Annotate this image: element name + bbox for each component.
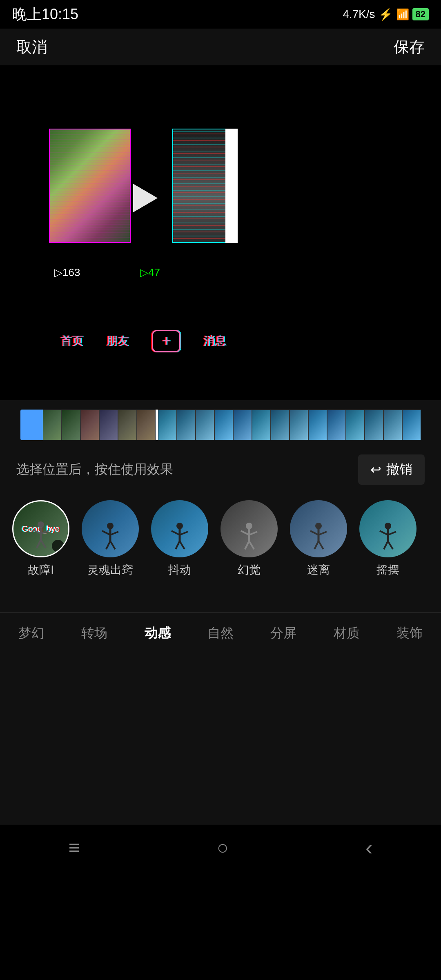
svg-point-24 [315, 523, 322, 529]
tab-material[interactable]: 材质 [325, 620, 368, 646]
timeline-segment-blue [20, 410, 43, 440]
effect-label-illusion: 幻觉 [238, 562, 261, 578]
view-count-left: ▷163 [51, 265, 83, 280]
timeline-frame [214, 410, 233, 440]
svg-point-0 [38, 521, 44, 528]
timeline-frame [118, 410, 137, 440]
tiktok-add-button: + [152, 330, 180, 352]
svg-line-16 [176, 541, 180, 549]
tiktok-plus-icon: + [162, 332, 170, 350]
timeline-frame [346, 410, 365, 440]
svg-line-11 [110, 541, 115, 549]
svg-point-30 [385, 523, 391, 529]
menu-icon[interactable]: ≡ [69, 836, 80, 859]
tiktok-nav-home: 首页 [60, 333, 83, 349]
svg-line-14 [172, 531, 180, 535]
status-time: 晚上10:15 [12, 4, 78, 24]
content-spacer [0, 653, 441, 825]
effect-item-maze[interactable]: 迷离 [290, 500, 347, 578]
battery-icon: 82 [412, 8, 429, 20]
play-button[interactable] [127, 182, 160, 214]
tiktok-nav-messages: 消息 [203, 333, 226, 349]
video-glitch [49, 129, 238, 280]
svg-line-17 [180, 541, 185, 549]
tab-dynamic[interactable]: 动感 [136, 620, 179, 646]
home-icon[interactable]: ○ [217, 836, 229, 859]
effects-row: 故障Ⅰ 灵魂出窍 抖动 [0, 490, 441, 588]
timeline-playhead[interactable] [156, 410, 158, 440]
bluetooth-icon: ⚡ [379, 8, 393, 21]
svg-line-9 [110, 532, 118, 535]
surfer-icon [376, 523, 400, 551]
video-left-panel [49, 129, 131, 243]
status-bar: 晚上10:15 4.7K/s ⚡ 📶 82 [0, 0, 441, 29]
svg-line-27 [318, 532, 327, 535]
svg-line-3 [41, 530, 49, 534]
effect-label-swing: 摇摆 [376, 562, 399, 578]
effect-thumb-illusion [220, 500, 278, 557]
svg-line-35 [388, 541, 393, 549]
timeline-frame [99, 410, 118, 440]
back-icon[interactable]: ‹ [365, 835, 372, 860]
effect-thumb-soul [82, 500, 139, 557]
tab-decor[interactable]: 装饰 [388, 620, 431, 646]
effect-item-soul[interactable]: 灵魂出窍 [82, 500, 139, 578]
svg-line-21 [249, 532, 257, 535]
undo-button[interactable]: ↩ 撤销 [358, 454, 425, 485]
bottom-nav: ≡ ○ ‹ [0, 825, 441, 870]
timeline-frame [290, 410, 308, 440]
effect-item-swing[interactable]: 摇摆 [359, 500, 416, 578]
spacer [0, 588, 441, 612]
svg-line-34 [384, 541, 388, 549]
save-button[interactable]: 保存 [394, 37, 425, 58]
effect-thumb-swing [359, 500, 416, 557]
timeline-frame [137, 410, 156, 440]
timeline-frame [252, 410, 271, 440]
svg-line-4 [37, 540, 41, 548]
svg-point-12 [176, 523, 183, 529]
effect-thumb-maze [290, 500, 347, 557]
undo-label: 撤销 [386, 461, 412, 479]
timeline-track [20, 410, 421, 440]
effect-thumb-glitch [12, 500, 69, 557]
cancel-button[interactable]: 取消 [16, 37, 47, 58]
effect-label-glitch: 故障Ⅰ [28, 562, 54, 578]
tab-dream[interactable]: 梦幻 [10, 620, 53, 646]
video-preview: ▷163 ▷47 首页 朋友 + 消息 [0, 65, 441, 400]
svg-line-8 [102, 531, 110, 535]
timeline-frame [271, 410, 290, 440]
top-bar: 取消 保存 [0, 29, 441, 65]
timeline-frame [365, 410, 383, 440]
tab-split[interactable]: 分屏 [262, 620, 305, 646]
tab-transition[interactable]: 转场 [73, 620, 116, 646]
timeline-frame [402, 410, 421, 440]
network-speed: 4.7K/s [343, 8, 375, 21]
svg-line-26 [310, 531, 318, 535]
tab-nature[interactable]: 自然 [199, 620, 242, 646]
timeline-frame [233, 410, 252, 440]
timeline-frames-right [158, 410, 421, 440]
surfer-icon [29, 521, 53, 550]
view-count-right: ▷47 [137, 265, 163, 280]
timeline-frame [62, 410, 80, 440]
tiktok-nav-friends: 朋友 [106, 333, 129, 349]
undo-icon: ↩ [370, 462, 381, 477]
signal-icon: 📶 [396, 8, 409, 21]
tiktok-ui-mockup: 首页 朋友 + 消息 [49, 323, 238, 359]
timeline-area[interactable] [0, 400, 441, 449]
timeline-frame [383, 410, 402, 440]
timeline-frame [80, 410, 99, 440]
play-triangle-icon [133, 184, 158, 212]
svg-line-32 [380, 531, 388, 535]
effect-label-maze: 迷离 [307, 562, 330, 578]
svg-line-5 [41, 540, 46, 548]
timeline-frame [43, 410, 62, 440]
timeline-frames-left [43, 410, 156, 440]
surfer-icon [237, 523, 261, 551]
effect-item-illusion[interactable]: 幻觉 [220, 500, 278, 578]
surfer-icon [306, 523, 331, 551]
effect-item-glitch[interactable]: 故障Ⅰ [12, 500, 69, 578]
svg-line-20 [241, 531, 249, 535]
effect-item-shake[interactable]: 抖动 [151, 500, 208, 578]
svg-line-23 [249, 541, 254, 549]
